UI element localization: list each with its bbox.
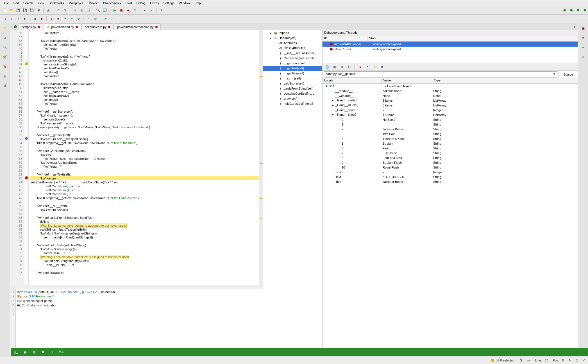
log-icon[interactable]: ▤ [31,349,37,355]
save-all-icon[interactable]: 💾 [29,7,35,13]
close-tab-icon[interactable] [108,26,110,28]
open-icon[interactable]: 📂 [8,7,15,13]
variable-row[interactable]: 3Two PairString [323,131,578,136]
run-icon[interactable]: ▶ [112,7,118,13]
variable-row[interactable]: 4Three of a KindString [323,136,578,141]
debug-view-icon[interactable]: 🐞 [580,25,587,32]
var-warn-icon[interactable]: ⚠ [372,64,378,70]
variable-row[interactable]: 8Four of a KindString [323,155,578,160]
outline-item[interactable]: ƒ__getText(self) [263,66,322,71]
tab-pokerlib-simplemachine-py[interactable]: pokerlib/simplemachine.py [114,23,161,30]
outline-item[interactable]: ƒcalcScore(self) [263,81,322,86]
terminal-icon[interactable]: ❯_ [13,349,19,355]
dbg-bp-prev-icon[interactable]: ⇤ [69,16,75,22]
ext1-icon[interactable]: ⬢ [562,7,568,13]
variable-row[interactable]: 6FlushString [323,146,578,151]
menu-settings[interactable]: Settings [161,1,177,5]
variable-row[interactable]: ▾_Hand__titles[]11 itemsList/Array [323,112,578,117]
files-icon[interactable]: 🗂 [1,34,9,42]
print-icon[interactable]: 🖨 [45,7,51,13]
menu-project-tools[interactable]: Project-Tools [101,1,123,5]
outline-item[interactable]: ƒcardsFromString(self, [263,86,322,91]
menu-debug[interactable]: Debug [134,1,148,5]
dbg-pause-icon[interactable]: ⏸ [32,16,38,22]
clock-icon[interactable]: ◷ [49,349,55,355]
variable-row[interactable]: ▸_Hand__isHold[]5 itemsList/Array [323,103,578,108]
status-zoom-icon[interactable]: ⤢ [583,358,585,362]
close-icon[interactable]: ✖ [35,7,42,13]
save-as-icon[interactable]: 💾 [22,7,28,13]
variable-row[interactable]: _Hand__score2Integer [323,108,578,112]
expand-icon[interactable]: ▸ [332,99,335,102]
expand-icon[interactable] [274,41,278,45]
translate-icon[interactable]: 文A [58,349,64,355]
status-split-icon[interactable]: ◫ [575,358,578,362]
var-quote-icon[interactable]: ❝ [364,64,371,70]
outline-item[interactable]: 🏷Attributes [263,40,322,46]
expand-icon[interactable] [274,56,278,60]
expand-icon[interactable] [274,92,278,95]
variables-tree[interactable]: ▾selfpokerlib.hand.Hand__module__pokerli… [323,84,578,289]
dbg-bp-edit-icon[interactable]: ◉ [55,16,61,22]
tabs-menu-icon[interactable]: ▾ [572,24,578,30]
menu-start[interactable]: Start [123,1,134,5]
symbols-icon[interactable]: § [1,72,9,80]
var-sort-icon[interactable]: ⇅ [339,64,345,70]
redo-icon[interactable]: ↷ [62,7,68,13]
menu-search[interactable]: Search [21,1,35,5]
variable-row[interactable]: TextKD JS JH 5S TSString [323,174,578,179]
warning-marker-icon[interactable] [25,62,28,65]
col-type[interactable]: Type [432,78,578,83]
col-value[interactable]: Value [382,78,432,83]
overview-ruler[interactable] [259,30,263,285]
dbg-bp-next-icon[interactable]: ⇥ [62,16,68,22]
code-area[interactable]: "kw">return "kw">if isinstance(a1, str) … [29,30,259,285]
expand-icon[interactable] [274,51,278,55]
expand-icon[interactable] [274,76,278,80]
expand-icon[interactable] [274,87,278,90]
paste-icon[interactable]: 📋 [85,7,91,13]
outline-item[interactable]: ƒ__init__(self, a1=None, [263,51,322,56]
menu-help[interactable]: Help [192,1,203,5]
tab-simpok-py[interactable]: simpok.py [19,23,43,30]
expand-icon[interactable]: ▸ [332,103,335,107]
variable-row[interactable]: ▾selfpokerlib.hand.Hand [323,84,578,88]
outline-item[interactable]: ƒCardName(self, cardN [263,56,322,61]
dbg-continue-icon[interactable]: ▶ [22,16,28,22]
variable-row[interactable]: 7Full HouseString [323,151,578,155]
vcs-icon[interactable]: 🌿 [1,53,9,61]
breakpoint-icon[interactable] [25,176,28,179]
dbg-stepover-icon[interactable]: ⤵ [8,16,15,22]
outline-item[interactable]: ƒcontainsCard(self, c, c [263,91,322,96]
menu-extras[interactable]: Extras [148,1,161,5]
variable-row[interactable]: __module__pokerlib.handString [323,88,578,93]
menu-window[interactable]: Window [177,1,192,5]
pi-icon[interactable]: π [40,349,46,355]
dbg-step-icon[interactable]: ↴ [2,16,8,22]
ext3-icon[interactable]: ⬢ [575,7,581,13]
tab-pokerlib-hand-py[interactable]: ⚠pokerlib/hand.py [44,23,81,30]
status-edit-icon[interactable]: ✎ [568,358,571,362]
shell-output[interactable]: 123456 Python 3.10.0 (default, Oct 11 20… [10,289,322,356]
dbg-bp-clear-icon[interactable]: ⊘ [75,16,81,22]
ext4-icon[interactable]: ⬢ [582,7,588,13]
col-locals[interactable]: Locals [323,78,382,83]
shell-icon[interactable]: ▣ [22,349,28,355]
stop-icon[interactable]: ■ [125,7,131,13]
dbg-refresh-icon[interactable]: ⟳ [102,16,108,22]
menu-bookmarks[interactable]: Bookmarks [46,1,66,5]
expand-icon[interactable]: ▾ [332,113,335,117]
debug-icon[interactable]: 🐞 [118,7,124,13]
thread-row[interactable]: MainThreadwaiting at breakpoint [323,47,578,52]
editor-hscroll[interactable] [10,285,263,289]
source-button[interactable]: Source [558,71,578,78]
variable-row[interactable]: 1String [323,122,578,127]
var-stop-icon[interactable]: ● [357,64,363,70]
variable-row[interactable]: 2Jacks or BetterString [323,127,578,131]
search-panel-icon[interactable]: 🔍 [1,44,9,51]
expand-icon[interactable] [274,81,278,85]
new-icon[interactable]: 📄 [2,7,8,13]
outline-tree[interactable]: ▸📦Imports▾©Hand(object)🏷Attributes🏷Class… [263,30,322,289]
menu-view[interactable]: View [35,1,47,5]
close-tab-icon[interactable] [38,26,40,28]
